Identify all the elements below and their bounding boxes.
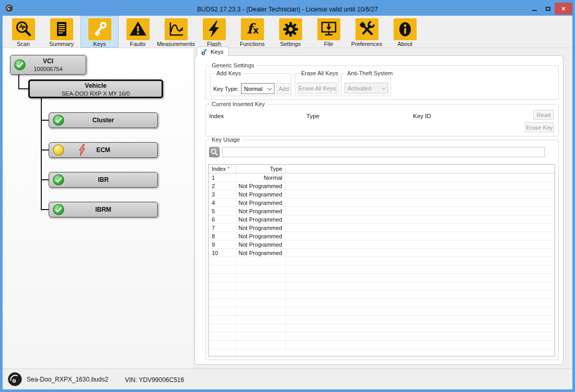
cell-spacer: [286, 190, 555, 198]
toolbar-button-flash[interactable]: Flash: [195, 16, 233, 48]
key-type-dropdown[interactable]: Normal: [241, 83, 274, 94]
column-label-keyid: Key ID: [413, 113, 431, 119]
table-row[interactable]: [209, 291, 555, 299]
cell-spacer: [286, 232, 555, 240]
functions-icon: fx: [241, 18, 264, 40]
toolbar-button-preferences[interactable]: Preferences: [348, 16, 386, 48]
toolbar-button-keys[interactable]: Keys: [80, 16, 119, 48]
column-label-index: Index: [209, 113, 224, 119]
tree-node-cluster[interactable]: Cluster: [49, 112, 158, 128]
tree-connector: [41, 149, 49, 151]
table-row[interactable]: [209, 341, 555, 349]
tree-node-vci[interactable]: VCI 100006754: [10, 55, 86, 75]
cell-index: [209, 332, 236, 340]
cell-type: [236, 349, 286, 356]
cell-spacer: [286, 257, 555, 265]
status-ok-icon: [14, 59, 26, 71]
node-label: IBR: [98, 176, 109, 183]
erase-key-button[interactable]: Erase Key: [525, 122, 554, 132]
table-row[interactable]: [209, 324, 555, 332]
vehicle-vin: VIN: YDV99006C516: [125, 376, 184, 384]
search-input[interactable]: [222, 147, 545, 157]
header-type[interactable]: Type: [236, 165, 286, 173]
cell-index: [209, 291, 236, 298]
table-row[interactable]: 10Not Programmed: [209, 249, 555, 257]
table-row[interactable]: 6Not Programmed: [209, 215, 555, 224]
status-ok-icon: [53, 114, 64, 126]
table-row[interactable]: 1Normal: [209, 174, 555, 182]
column-label-type: Type: [306, 113, 319, 119]
brp-logo-icon: [7, 372, 22, 387]
cell-index: 10: [209, 249, 236, 257]
toolbar-button-functions[interactable]: fx Functions: [233, 16, 271, 48]
generic-settings-group: Generic Settings Add Keys Key Type: Norm…: [205, 65, 559, 100]
table-row[interactable]: 2Not Programmed: [209, 182, 555, 190]
tree-node-ecm[interactable]: ECM: [49, 142, 158, 158]
cell-spacer: [286, 349, 555, 356]
table-row[interactable]: [209, 349, 555, 356]
keys-icon: [88, 18, 111, 40]
search-button[interactable]: [209, 147, 220, 157]
tree-connector: [18, 88, 28, 89]
toolbar-button-faults[interactable]: Faults: [119, 16, 157, 48]
anti-theft-dropdown[interactable]: Activated: [344, 83, 388, 94]
cell-spacer: [286, 307, 555, 315]
cell-spacer: [286, 341, 555, 349]
erase-all-keys-button[interactable]: Erase All Keys: [298, 83, 337, 94]
toolbar-button-settings[interactable]: Settings: [271, 16, 309, 48]
cell-type: [236, 291, 286, 298]
header-index[interactable]: Index: [209, 165, 236, 173]
table-row[interactable]: [209, 316, 555, 324]
toolbar-button-summary[interactable]: Summary: [42, 16, 80, 48]
table-row[interactable]: 4Not Programmed: [209, 199, 555, 207]
cell-spacer: [286, 207, 555, 215]
maximize-icon: [546, 7, 550, 11]
toolbar-button-scan[interactable]: Scan: [4, 16, 42, 48]
tab-keys[interactable]: Keys: [197, 47, 229, 56]
cell-spacer: [286, 291, 555, 298]
scan-icon: [12, 18, 35, 40]
cell-spacer: [286, 174, 555, 181]
svg-text:x: x: [253, 25, 259, 36]
tree-node-ibrm[interactable]: IBRM: [49, 202, 158, 217]
toolbar-label: Settings: [280, 41, 301, 47]
table-row[interactable]: 3Not Programmed: [209, 190, 555, 199]
close-button[interactable]: ×: [555, 3, 572, 15]
table-row[interactable]: [209, 282, 555, 291]
cell-spacer: [286, 224, 555, 232]
table-row[interactable]: 5Not Programmed: [209, 207, 555, 215]
minimize-button[interactable]: [527, 3, 541, 15]
toolbar-button-measurements[interactable]: Measurements: [157, 16, 195, 48]
toolbar-button-about[interactable]: About: [386, 16, 424, 48]
tab-label: Keys: [211, 49, 223, 55]
cell-index: [209, 257, 236, 265]
tree-node-ibr[interactable]: IBR: [49, 172, 158, 188]
node-label: ECM: [96, 146, 110, 154]
maximize-button[interactable]: [541, 3, 555, 15]
key-usage-table: Index Type 1Normal2Not Programmed3Not Pr…: [208, 164, 555, 356]
loaded-file-name: Sea-Doo_RXPX_1630.buds2: [27, 376, 108, 383]
table-row[interactable]: [209, 299, 555, 307]
anti-theft-group: Anti-Theft System Activated: [341, 73, 391, 96]
app-logo-icon[interactable]: [5, 4, 14, 15]
toolbar-button-file[interactable]: File: [309, 16, 348, 48]
table-row[interactable]: [209, 274, 555, 282]
read-button[interactable]: Read: [533, 110, 554, 120]
cell-spacer: [286, 299, 555, 307]
table-row[interactable]: 9Not Programmed: [209, 240, 555, 249]
add-keys-group: Add Keys Key Type: Normal Add: [210, 73, 291, 96]
cell-type: Not Programmed: [236, 232, 286, 240]
cell-spacer: [286, 266, 555, 273]
add-button[interactable]: Add: [277, 83, 291, 94]
table-row[interactable]: 8Not Programmed: [209, 232, 555, 240]
table-row[interactable]: [209, 266, 555, 274]
cell-type: Not Programmed: [236, 190, 286, 198]
table-row[interactable]: [209, 307, 555, 316]
table-row[interactable]: [209, 332, 555, 341]
fault-lightning-icon: [78, 144, 86, 156]
tree-node-vehicle[interactable]: Vehicle SEA-DOO RXP X MY 16/0: [28, 79, 163, 98]
toolbar-label: Faults: [130, 41, 146, 47]
table-row[interactable]: [209, 257, 555, 266]
cell-index: [209, 274, 236, 282]
table-row[interactable]: 7Not Programmed: [209, 224, 555, 232]
